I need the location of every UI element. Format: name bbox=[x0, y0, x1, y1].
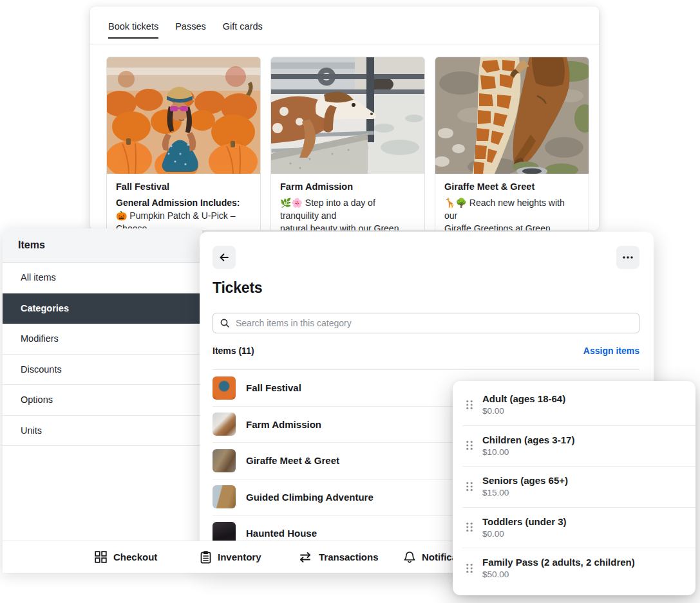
variation-row-children[interactable]: Children (ages 3-17)$10.00 bbox=[453, 425, 695, 467]
sidebar-item-modifiers[interactable]: Modifiers bbox=[3, 324, 202, 355]
variation-price: $10.00 bbox=[482, 447, 574, 457]
variation-price: $0.00 bbox=[482, 529, 567, 539]
back-button[interactable] bbox=[213, 246, 236, 269]
variation-row-family-pass[interactable]: Family Pass (2 adults, 2 children)$50.00 bbox=[453, 548, 695, 589]
item-thumbnail bbox=[213, 449, 236, 472]
inventory-clipboard-icon bbox=[200, 551, 211, 564]
card-title: Giraffe Meet & Greet bbox=[444, 181, 580, 192]
variation-price: $0.00 bbox=[482, 406, 565, 416]
item-thumbnail bbox=[213, 376, 236, 400]
category-search[interactable] bbox=[213, 313, 639, 333]
booking-tabs: Book tickets Passes Gift cards bbox=[108, 6, 599, 44]
variation-name: Adult (ages 18-64) bbox=[482, 393, 565, 404]
category-title: Tickets bbox=[213, 279, 262, 297]
sidebar-item-units[interactable]: Units bbox=[3, 416, 202, 447]
drag-handle-icon[interactable] bbox=[466, 522, 473, 532]
farm-admission-photo bbox=[271, 57, 424, 174]
ellipsis-icon bbox=[623, 256, 633, 259]
items-count-label: Items (11) bbox=[213, 346, 254, 356]
arrow-left-icon bbox=[218, 252, 230, 263]
variation-row-seniors[interactable]: Seniors (ages 65+)$15.00 bbox=[453, 466, 695, 507]
item-label: Giraffe Meet & Greet bbox=[246, 455, 339, 466]
variation-row-toddlers[interactable]: Toddlers (under 3)$0.00 bbox=[453, 507, 695, 548]
variation-name: Seniors (ages 65+) bbox=[482, 475, 568, 486]
variation-price: $50.00 bbox=[482, 570, 635, 579]
tab-book-tickets[interactable]: Book tickets bbox=[108, 21, 158, 39]
sidebar-item-categories[interactable]: Categories bbox=[3, 293, 202, 324]
variation-name: Family Pass (2 adults, 2 children) bbox=[482, 557, 635, 568]
item-label: Farm Admission bbox=[246, 419, 321, 430]
card-title: Fall Festival bbox=[116, 181, 251, 192]
card-desc-line: natural beauty with our Green… bbox=[280, 222, 415, 230]
transactions-arrows-icon bbox=[298, 552, 312, 562]
nav-checkout[interactable]: Checkout bbox=[95, 541, 157, 573]
nav-inventory[interactable]: Inventory bbox=[200, 541, 261, 573]
checkout-grid-icon bbox=[95, 551, 107, 563]
drag-handle-icon[interactable] bbox=[466, 440, 473, 450]
variation-row-adult[interactable]: Adult (ages 18-64)$0.00 bbox=[453, 384, 695, 425]
item-thumbnail bbox=[213, 413, 236, 436]
search-icon bbox=[220, 318, 230, 328]
product-card-giraffe-meet-greet[interactable]: Giraffe Meet & Greet 🦒🌳 Reach new height… bbox=[435, 57, 589, 230]
variation-name: Toddlers (under 3) bbox=[482, 516, 567, 527]
fall-festival-photo bbox=[107, 57, 260, 174]
product-card-farm-admission[interactable]: Farm Admission 🌿🌸 Step into a day of tra… bbox=[270, 57, 425, 230]
drag-handle-icon[interactable] bbox=[466, 400, 473, 410]
sidebar-item-discounts[interactable]: Discounts bbox=[3, 355, 202, 385]
assign-items-link[interactable]: Assign items bbox=[583, 346, 639, 356]
book-tickets-panel: Book tickets Passes Gift cards bbox=[90, 6, 599, 230]
product-card-fall-festival[interactable]: Fall Festival General Admission Includes… bbox=[106, 57, 261, 230]
card-desc-line: 🌿🌸 Step into a day of tranquility and bbox=[280, 196, 415, 222]
notifications-bell-icon bbox=[404, 551, 415, 564]
drag-handle-icon[interactable] bbox=[466, 481, 473, 492]
card-title: Farm Admission bbox=[280, 181, 415, 192]
variation-price: $15.00 bbox=[482, 488, 568, 497]
nav-transactions[interactable]: Transactions bbox=[298, 541, 379, 573]
items-list-header: Items (11) Assign items bbox=[213, 346, 639, 356]
variations-panel: Adult (ages 18-64)$0.00 Children (ages 3… bbox=[453, 381, 695, 595]
items-sidebar: Items All items Categories Modifiers Dis… bbox=[3, 228, 202, 573]
drag-handle-icon[interactable] bbox=[466, 563, 473, 573]
tab-gift-cards[interactable]: Gift cards bbox=[223, 21, 263, 37]
card-desc-line: 🦒🌳 Reach new heights with our bbox=[444, 196, 580, 222]
nav-label: Inventory bbox=[218, 552, 261, 562]
search-input[interactable] bbox=[236, 318, 632, 328]
sidebar-title: Items bbox=[3, 228, 202, 263]
nav-label: Checkout bbox=[113, 552, 157, 562]
nav-label: Transactions bbox=[319, 552, 379, 562]
tab-passes[interactable]: Passes bbox=[175, 21, 206, 37]
item-label: Fall Festival bbox=[246, 382, 301, 393]
giraffe-photo bbox=[435, 57, 589, 174]
card-desc-line: Giraffe Greetings at Green Meadows… bbox=[444, 222, 580, 230]
card-desc-line: General Admission Includes: bbox=[116, 196, 251, 209]
sidebar-item-all-items[interactable]: All items bbox=[3, 263, 202, 293]
more-options-button[interactable] bbox=[616, 246, 639, 269]
sidebar-item-options[interactable]: Options bbox=[3, 385, 202, 416]
item-label: Guided Climbing Adventure bbox=[246, 492, 374, 503]
card-desc-line: 🎃 Pumpkin Patch & U-Pick – Choose… bbox=[116, 209, 251, 230]
variation-name: Children (ages 3-17) bbox=[482, 434, 574, 445]
item-label: Haunted House bbox=[246, 528, 317, 539]
item-thumbnail bbox=[213, 485, 236, 508]
product-card-row: Fall Festival General Admission Includes… bbox=[106, 57, 589, 230]
